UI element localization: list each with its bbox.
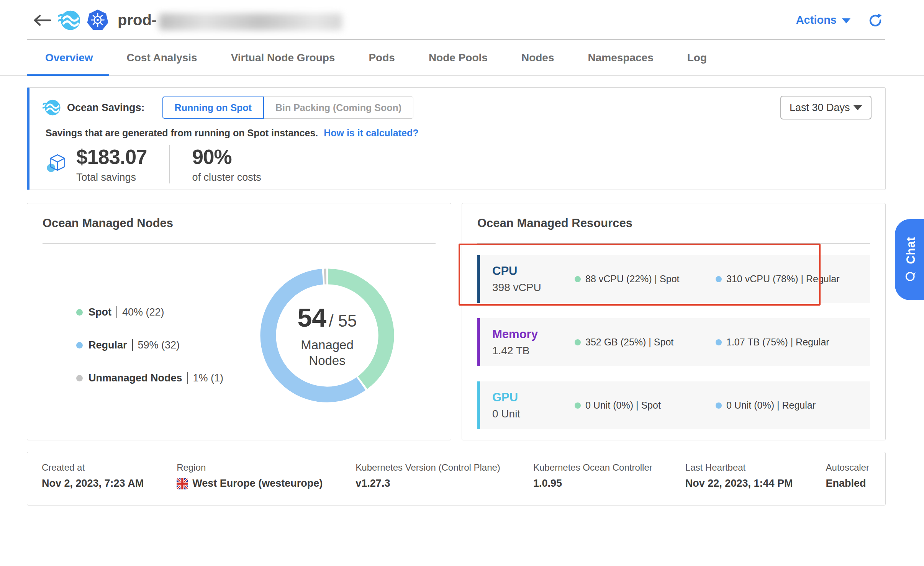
chat-button[interactable]: Chat — [895, 219, 924, 300]
bin-packing-toggle[interactable]: Bin Packing (Coming Soon) — [264, 97, 413, 119]
regular-dot-icon — [716, 276, 722, 282]
info-created-at: Created at Nov 2, 2023, 7:23 AM — [42, 462, 144, 505]
period-dropdown[interactable]: Last 30 Days — [780, 96, 872, 119]
running-on-spot-toggle[interactable]: Running on Spot — [162, 97, 264, 119]
info-last-heartbeat: Last Heartbeat Nov 22, 2023, 1:44 PM — [685, 462, 793, 505]
tab-namespaces[interactable]: Namespaces — [588, 52, 653, 64]
total-savings-value: $183.07 — [76, 145, 147, 168]
resource-row-cpu: CPU 398 vCPU 88 vCPU (22%) | Spot 310 vC… — [477, 255, 870, 303]
cpu-spot-stat: 88 vCPU (22%) | Spot — [575, 273, 716, 285]
spot-dot-icon — [575, 339, 581, 345]
ocean-managed-resources-card: Ocean Managed Resources CPU 398 vCPU 88 … — [462, 203, 886, 440]
savings-cube-icon — [46, 152, 69, 175]
tab-node-pools[interactable]: Node Pools — [429, 52, 488, 64]
managed-nodes-title: Ocean Managed Nodes — [43, 216, 173, 230]
back-arrow-icon — [33, 14, 52, 27]
gpu-spot-stat: 0 Unit (0%) | Spot — [575, 400, 716, 411]
spot-dot-icon — [575, 276, 581, 282]
ocean-savings-card: Ocean Savings: Running on Spot Bin Packi… — [27, 87, 886, 190]
total-savings-label: Total savings — [76, 172, 147, 183]
resource-row-memory: Memory 1.42 TB 352 GB (25%) | Spot 1.07 … — [477, 318, 870, 366]
resource-row-gpu: GPU 0 Unit 0 Unit (0%) | Spot 0 Unit (0%… — [477, 381, 870, 429]
gpu-regular-stat: 0 Unit (0%) | Regular — [716, 400, 857, 411]
uk-flag-icon — [177, 478, 188, 489]
legend-item-unmanaged: Unmanaged Nodes 1% (1) — [76, 372, 223, 384]
chat-label: Chat — [904, 237, 918, 264]
savings-description: Savings that are generated from running … — [46, 128, 418, 139]
active-tab-underline — [27, 74, 109, 76]
managed-nodes-donut: 54 / 55 Managed Nodes — [252, 261, 402, 410]
info-autoscaler: Autoscaler Enabled — [826, 462, 869, 505]
header: prod- Actions — [0, 0, 924, 40]
period-value: Last 30 Days — [790, 102, 850, 114]
legend-item-regular: Regular 59% (32) — [76, 339, 223, 351]
ocean-savings-icon — [43, 98, 61, 117]
actions-label: Actions — [796, 14, 837, 26]
cluster-name: prod- — [118, 11, 157, 29]
actions-button[interactable]: Actions — [796, 14, 850, 26]
memory-regular-stat: 1.07 TB (75%) | Regular — [716, 337, 857, 348]
chevron-down-icon — [842, 18, 850, 23]
donut-center-label: 54 / 55 Managed Nodes — [252, 261, 402, 410]
metric-divider — [169, 145, 170, 183]
cluster-cost-percent-value: 90% — [192, 145, 261, 168]
spot-dot-icon — [575, 402, 581, 409]
info-k8s-version: Kubernetes Version (Control Plane) v1.27… — [356, 462, 500, 505]
title-divider — [43, 243, 436, 244]
tab-nodes[interactable]: Nodes — [521, 52, 554, 64]
regular-dot-icon — [76, 342, 83, 348]
cluster-overview-page: prod- Actions Overview Cost Analysis Vir… — [0, 0, 924, 566]
refresh-icon[interactable] — [868, 13, 883, 28]
savings-mode-toggle: Running on Spot Bin Packing (Coming Soon… — [162, 97, 414, 119]
regular-dot-icon — [716, 339, 722, 345]
tab-virtual-node-groups[interactable]: Virtual Node Groups — [231, 52, 335, 64]
info-ocean-controller: Kubernetes Ocean Controller 1.0.95 — [533, 462, 652, 505]
memory-spot-stat: 352 GB (25%) | Spot — [575, 337, 716, 348]
how-calculated-link[interactable]: How is it calculated? — [324, 128, 418, 138]
tab-overview[interactable]: Overview — [45, 52, 93, 64]
regular-dot-icon — [716, 402, 722, 409]
chat-bubble-icon — [905, 270, 917, 282]
kubernetes-logo-icon — [86, 9, 109, 32]
cpu-regular-stat: 310 vCPU (78%) | Regular — [716, 273, 857, 285]
cluster-cost-percent-label: of cluster costs — [192, 172, 261, 183]
ocean-logo-icon — [58, 9, 81, 32]
back-button[interactable] — [33, 13, 52, 28]
cluster-name-redacted — [159, 13, 342, 30]
ocean-managed-nodes-card: Ocean Managed Nodes Spot 40% (22) Regula… — [27, 203, 451, 440]
tab-pods[interactable]: Pods — [369, 52, 395, 64]
chevron-down-icon — [853, 105, 862, 110]
cluster-info-bar: Created at Nov 2, 2023, 7:23 AM Region W… — [27, 452, 886, 505]
tab-log[interactable]: Log — [687, 52, 707, 64]
nodes-legend: Spot 40% (22) Regular 59% (32) Unmanaged… — [76, 306, 223, 384]
info-region: Region West Europe (westeurope) — [177, 462, 323, 505]
unmanaged-dot-icon — [76, 375, 83, 381]
tab-bar: Overview Cost Analysis Virtual Node Grou… — [0, 40, 924, 76]
legend-item-spot: Spot 40% (22) — [76, 306, 223, 318]
tab-cost-analysis[interactable]: Cost Analysis — [127, 52, 197, 64]
title-divider — [477, 243, 870, 244]
spot-dot-icon — [76, 309, 83, 316]
ocean-savings-label: Ocean Savings: — [67, 102, 145, 114]
managed-resources-title: Ocean Managed Resources — [477, 216, 632, 230]
